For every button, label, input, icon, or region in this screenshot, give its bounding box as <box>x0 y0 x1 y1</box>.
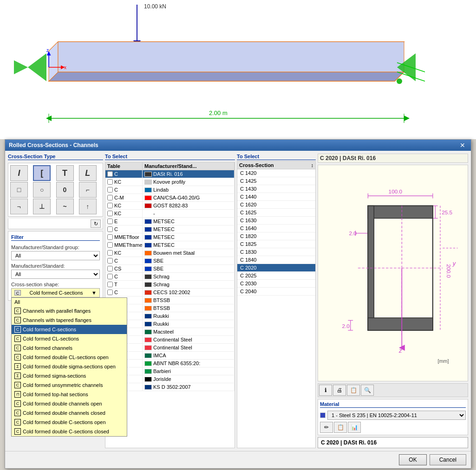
table-row[interactable]: MMETfloor METSEC <box>105 233 235 241</box>
type-btn-L[interactable]: L <box>79 165 97 181</box>
shape-item-parallel[interactable]: C Channels with parallel flanges <box>12 306 127 315</box>
type-btn-tee[interactable]: ↑ <box>79 199 97 214</box>
table-checkbox[interactable] <box>107 195 113 200</box>
close-button[interactable]: ✕ <box>458 142 467 149</box>
shape-item-tapered[interactable]: C Channels with tapered flanges <box>12 315 127 325</box>
cross-section-item[interactable]: C 1430 <box>237 185 315 193</box>
table-checkbox[interactable] <box>107 211 113 216</box>
type-btn-angle[interactable]: ⌐ <box>79 182 97 198</box>
table-row[interactable]: CS SBE <box>105 265 235 273</box>
table-row[interactable]: C Schrag <box>105 273 235 281</box>
cross-section-item[interactable]: C 1630 <box>237 217 315 225</box>
table-checkbox[interactable] <box>107 219 113 224</box>
table-checkbox[interactable] <box>107 250 113 256</box>
export-button[interactable]: 🔍 <box>361 385 374 396</box>
shape-item-cold-c[interactable]: C Cold formed C-sections <box>12 325 127 334</box>
cross-section-item[interactable]: C 1620 <box>237 201 315 209</box>
table-row[interactable]: KC GOST 8282-83 <box>105 202 235 210</box>
shape-item-cold-sigma[interactable]: Σ Cold formed sigma-sections <box>12 371 127 380</box>
cross-section-item[interactable]: C 2040 <box>237 288 315 296</box>
type-btn-circ[interactable]: ○ <box>33 182 51 198</box>
shape-select-button[interactable]: C Cold formed C-sections ▼ <box>11 288 100 297</box>
table-checkbox[interactable] <box>107 226 113 232</box>
type-btn-rect[interactable]: □ <box>10 182 28 198</box>
shape-item-cold-unsymmetric[interactable]: C Cold formed unsymmetric channels <box>12 380 127 390</box>
table-checkbox[interactable] <box>107 179 113 185</box>
cross-section-item[interactable]: C 1830 <box>237 248 315 256</box>
shape-item-cold-double-sigma-open[interactable]: Σ Cold formed double sigma-sections open <box>12 362 127 371</box>
table-checkbox[interactable] <box>107 258 113 264</box>
table-cell-table: MMETfloor <box>105 233 143 241</box>
table-row[interactable]: T Schrag <box>105 281 235 289</box>
material-edit-button[interactable]: ✏ <box>320 422 333 433</box>
type-btn-T[interactable]: T <box>56 165 74 181</box>
shape-item-cold-channels[interactable]: C Cold formed channels <box>12 343 127 353</box>
cross-section-item[interactable]: C 1820 <box>237 232 315 240</box>
ok-button[interactable]: OK <box>399 454 426 465</box>
table-checkbox[interactable] <box>107 203 113 208</box>
print-button[interactable]: 🖨 <box>333 385 346 396</box>
shape-item-label: Cold formed double channels open <box>23 401 102 406</box>
section-list-container[interactable]: Cross-Section ↕ C 1420C 1425C 1430C 1440… <box>237 161 316 448</box>
refresh-button[interactable]: ↻ <box>91 219 101 228</box>
table-row[interactable]: C CECS 102:2002 <box>105 289 235 296</box>
table-row[interactable]: KC - <box>105 210 235 218</box>
type-btn-wave[interactable]: ~ <box>56 199 74 214</box>
cancel-button[interactable]: Cancel <box>430 454 466 465</box>
filter-panel: Filter Manufacturer/Standard group: All … <box>8 231 103 301</box>
shape-item-cold-double-ch-closed[interactable]: C Cold formed double channels closed <box>12 408 127 418</box>
table-row[interactable]: C Lindab <box>105 186 235 194</box>
info-button[interactable]: ℹ <box>319 385 332 396</box>
shape-item-all[interactable]: All <box>12 298 127 306</box>
cross-section-item[interactable]: C 1640 <box>237 225 315 232</box>
table-checkbox[interactable] <box>107 290 113 295</box>
table-row[interactable]: C SBE <box>105 257 235 265</box>
cross-section-item[interactable]: C 2025 <box>237 272 315 280</box>
cross-section-item[interactable]: C 1840 <box>237 256 315 264</box>
cross-section-item[interactable]: C 1425 <box>237 177 315 185</box>
cross-section-item[interactable]: C 1625 <box>237 209 315 217</box>
shape-item-icon: Σ <box>14 373 21 379</box>
shape-item-cold-cl[interactable]: C Cold formed CL-sections <box>12 334 127 343</box>
cross-section-item[interactable]: C 2020 <box>237 264 315 272</box>
shape-item-cold-double-c-open[interactable]: C Cold formed double C-sections open <box>12 418 127 427</box>
type-btn-z[interactable]: ⌐ <box>10 199 28 214</box>
table-checkbox[interactable] <box>107 282 113 287</box>
manufacturer-group-select[interactable]: All <box>11 251 100 260</box>
shape-item-cold-double-ch-open[interactable]: C Cold formed double channels open <box>12 399 127 408</box>
table-row[interactable]: E METSEC <box>105 218 235 225</box>
cross-section-item[interactable]: C 1825 <box>237 240 315 248</box>
svg-text:200.0: 200.0 <box>445 264 452 278</box>
material-copy-button[interactable]: 📋 <box>334 422 347 433</box>
table-row[interactable]: C DASt Ri. 016 <box>105 170 235 178</box>
flag-icon <box>144 172 152 177</box>
type-btn-beam2[interactable]: ⊥ <box>33 199 51 214</box>
table-row[interactable]: C-M CAN/CSA-G40.20/G <box>105 194 235 202</box>
manufacturer-select[interactable]: All <box>11 270 100 279</box>
material-dropdown[interactable]: 1 - Steel S 235 | EN 10025-2:2004-11 <box>327 411 466 420</box>
type-btn-I[interactable]: I <box>10 165 28 181</box>
type-btn-channel[interactable]: [ <box>33 165 51 181</box>
table-cell-table: KC <box>105 210 143 217</box>
shape-item-cold-double-c-closed[interactable]: C Cold formed double C-sections closed <box>12 427 127 436</box>
shape-item-cold-tophat[interactable]: ⊓ Cold formed top-hat sections <box>12 390 127 399</box>
table-checkbox[interactable] <box>107 266 113 271</box>
table-cell-table: T <box>105 281 143 288</box>
table-checkbox[interactable] <box>107 274 113 279</box>
type-btn-hollow-rect[interactable]: 0 <box>56 182 74 198</box>
cross-section-item[interactable]: C 1440 <box>237 193 315 201</box>
table-row[interactable]: MMETframe METSEC <box>105 241 235 249</box>
copy-button[interactable]: 📋 <box>347 385 360 396</box>
table-row[interactable]: KC Bouwen met Staal <box>105 249 235 257</box>
svg-marker-4 <box>49 72 404 81</box>
table-checkbox[interactable] <box>107 242 113 248</box>
table-row[interactable]: C METSEC <box>105 225 235 233</box>
shape-item-cold-double-cl-open[interactable]: C Cold formed double CL-sections open <box>12 353 127 362</box>
material-info-button[interactable]: 📊 <box>348 422 361 433</box>
table-row[interactable]: KC Kovove profily <box>105 178 235 186</box>
table-checkbox[interactable] <box>107 187 113 193</box>
table-checkbox[interactable] <box>107 234 113 240</box>
cross-section-item[interactable]: C 1420 <box>237 169 315 177</box>
cross-section-item[interactable]: C 2030 <box>237 280 315 288</box>
table-checkbox[interactable] <box>107 171 113 177</box>
